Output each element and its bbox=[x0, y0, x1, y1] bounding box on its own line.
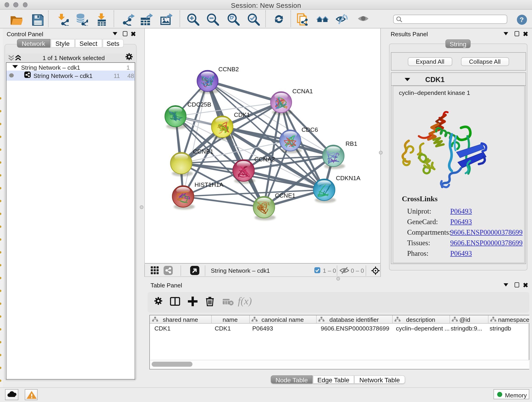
svg-text:HIST1H1A: HIST1H1A bbox=[194, 181, 223, 188]
svg-text:RB1: RB1 bbox=[345, 140, 357, 147]
svg-text:CCNA1: CCNA1 bbox=[292, 88, 312, 95]
svg-text:CCNA2: CCNA2 bbox=[254, 156, 274, 163]
svg-text:CDC6: CDC6 bbox=[301, 126, 318, 133]
svg-text:CDK1: CDK1 bbox=[234, 111, 250, 118]
svg-text:CCNE1: CCNE1 bbox=[275, 192, 295, 199]
svg-text:CCNB1: CCNB1 bbox=[193, 148, 213, 155]
svg-text:CDC25B: CDC25B bbox=[187, 101, 211, 108]
svg-text:CDKN1A: CDKN1A bbox=[336, 175, 360, 182]
svg-text:CCNB2: CCNB2 bbox=[218, 66, 239, 73]
